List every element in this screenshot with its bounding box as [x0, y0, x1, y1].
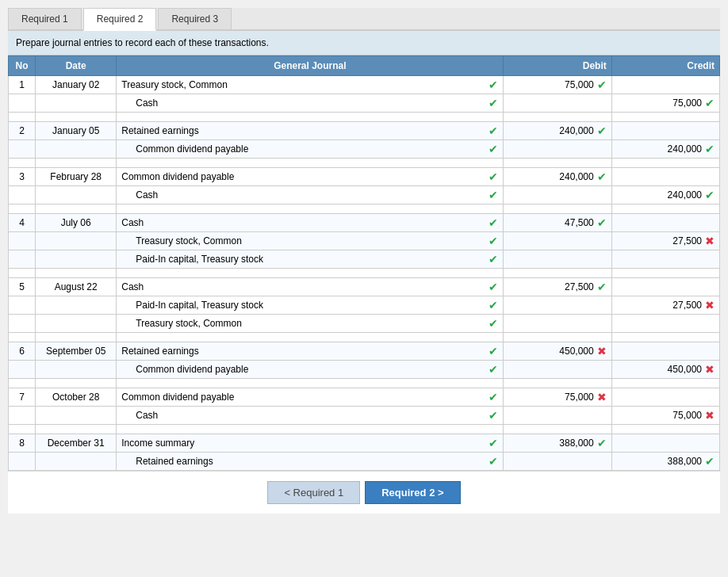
row-journal[interactable]: Cash✔ [117, 94, 504, 113]
table-row: Treasury stock, Common✔ [9, 315, 720, 333]
table-row: 4July 06Cash✔47,500✔ [9, 214, 720, 232]
row-date: January 02 [36, 76, 117, 94]
row-credit[interactable] [611, 122, 719, 140]
spacer-row [9, 159, 720, 168]
row-debit[interactable] [504, 232, 611, 250]
row-debit[interactable]: 450,000✖ [504, 342, 611, 361]
row-debit[interactable] [504, 296, 611, 315]
row-credit[interactable] [611, 250, 719, 269]
row-debit[interactable]: 75,000✔ [504, 76, 611, 94]
row-journal[interactable]: Retained earnings✔ [117, 342, 504, 361]
credit-value: 450,000✖ [617, 363, 715, 376]
debit-value: 388,000✔ [508, 437, 606, 449]
tabs-bar: Required 1 Required 2 Required 3 [8, 8, 720, 31]
row-credit[interactable] [611, 168, 719, 186]
bottom-navigation: < Required 1 Required 2 > [8, 471, 720, 514]
row-credit[interactable] [611, 434, 719, 453]
row-journal[interactable]: Cash✔ [117, 278, 504, 296]
row-no: 8 [9, 434, 36, 453]
row-debit[interactable] [504, 94, 611, 113]
table-row: Treasury stock, Common✔27,500✖ [9, 232, 720, 250]
row-credit[interactable]: 450,000✖ [611, 361, 719, 379]
row-journal[interactable]: Cash✔ [117, 186, 504, 204]
row-debit[interactable] [504, 315, 611, 333]
row-debit[interactable]: 240,000✔ [504, 122, 611, 140]
row-journal[interactable]: Common dividend payable✔ [117, 361, 504, 379]
check-icon-green: ✔ [489, 345, 498, 357]
row-journal[interactable]: Cash✔ [117, 407, 504, 425]
spacer-row [9, 113, 720, 122]
row-journal[interactable]: Treasury stock, Common✔ [117, 232, 504, 250]
row-debit[interactable] [504, 361, 611, 379]
row-credit[interactable] [611, 342, 719, 361]
journal-text: Cash [136, 97, 158, 109]
row-no [9, 250, 36, 269]
row-credit[interactable] [611, 278, 719, 296]
row-debit[interactable] [504, 140, 611, 159]
row-date: August 22 [36, 278, 117, 296]
row-credit[interactable] [611, 76, 719, 94]
debit-value: 240,000✔ [508, 124, 606, 137]
row-journal[interactable]: Retained earnings✔ [117, 122, 504, 140]
row-journal[interactable]: Treasury stock, Common✔ [117, 76, 504, 94]
row-journal[interactable]: Paid-In capital, Treasury stock✔ [117, 250, 504, 269]
table-row: 6September 05Retained earnings✔450,000✖ [9, 342, 720, 361]
journal-text: Retained earnings [121, 346, 198, 357]
row-debit[interactable]: 75,000✖ [504, 388, 611, 407]
spacer-row [9, 269, 720, 278]
table-row: Common dividend payable✔240,000✔ [9, 140, 720, 159]
row-date [36, 250, 117, 269]
row-credit[interactable] [611, 315, 719, 333]
current-button[interactable]: Required 2 > [365, 481, 460, 504]
row-debit[interactable] [504, 186, 611, 204]
row-no [9, 94, 36, 113]
row-debit[interactable]: 27,500✔ [504, 278, 611, 296]
row-journal[interactable]: Treasury stock, Common✔ [117, 315, 504, 333]
row-journal[interactable]: Common dividend payable✔ [117, 140, 504, 159]
check-icon-green: ✔ [489, 235, 498, 247]
table-row: 2January 05Retained earnings✔240,000✔ [9, 122, 720, 140]
row-date [36, 407, 117, 425]
check-icon-red: ✖ [705, 409, 715, 422]
row-date [36, 453, 117, 471]
col-header-debit: Debit [504, 56, 611, 76]
check-icon-green: ✔ [489, 189, 498, 201]
row-no: 5 [9, 278, 36, 296]
row-journal[interactable]: Common dividend payable✔ [117, 388, 504, 407]
row-credit[interactable]: 75,000✖ [611, 407, 719, 425]
table-row: Cash✔240,000✔ [9, 186, 720, 204]
row-credit[interactable]: 240,000✔ [611, 140, 719, 159]
prev-button[interactable]: < Required 1 [267, 481, 360, 504]
check-icon-green: ✔ [489, 253, 498, 266]
col-header-journal: General Journal [117, 56, 504, 76]
row-journal[interactable]: Paid-In capital, Treasury stock✔ [117, 296, 504, 315]
row-credit[interactable]: 27,500✖ [611, 232, 719, 250]
row-debit[interactable] [504, 250, 611, 269]
row-debit[interactable] [504, 453, 611, 471]
row-credit[interactable]: 75,000✔ [611, 94, 719, 113]
main-container: Required 1 Required 2 Required 3 Prepare… [8, 8, 720, 514]
row-debit[interactable] [504, 407, 611, 425]
row-debit[interactable]: 240,000✔ [504, 168, 611, 186]
row-journal[interactable]: Common dividend payable✔ [117, 168, 504, 186]
tab-required-2[interactable]: Required 2 [83, 8, 157, 31]
check-icon-green: ✔ [489, 281, 498, 293]
row-credit[interactable] [611, 214, 719, 232]
row-journal[interactable]: Income summary✔ [117, 434, 504, 453]
row-debit[interactable]: 388,000✔ [504, 434, 611, 453]
tab-required-3[interactable]: Required 3 [158, 8, 232, 29]
row-date: October 28 [36, 388, 117, 407]
check-icon-green: ✔ [489, 299, 498, 311]
row-credit[interactable]: 240,000✔ [611, 186, 719, 204]
row-credit[interactable]: 388,000✔ [611, 453, 719, 471]
row-credit[interactable]: 27,500✖ [611, 296, 719, 315]
debit-value: 240,000✔ [508, 170, 606, 183]
check-icon-red: ✖ [705, 299, 715, 311]
row-journal[interactable]: Cash✔ [117, 214, 504, 232]
row-journal[interactable]: Retained earnings✔ [117, 453, 504, 471]
tab-required-1[interactable]: Required 1 [8, 8, 82, 29]
debit-value: 75,000✔ [508, 78, 606, 91]
check-icon-green: ✔ [489, 317, 498, 330]
row-credit[interactable] [611, 388, 719, 407]
row-debit[interactable]: 47,500✔ [504, 214, 611, 232]
